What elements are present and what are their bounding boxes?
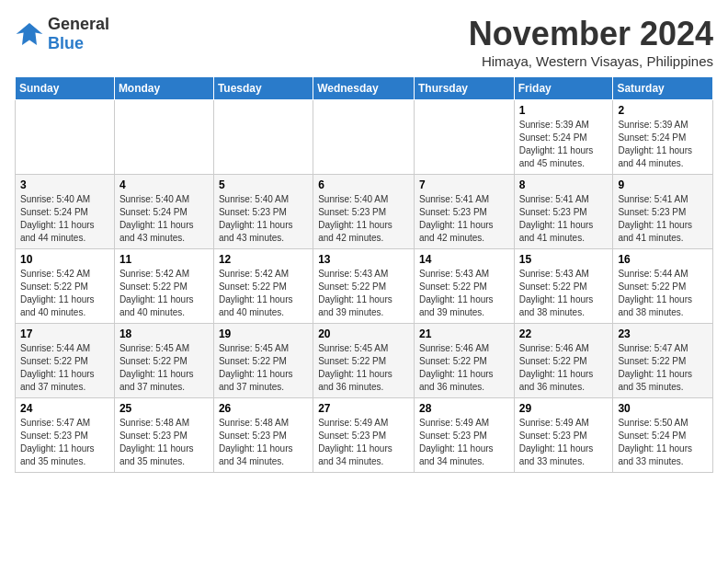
calendar-cell: 20Sunrise: 5:45 AM Sunset: 5:22 PM Dayli… bbox=[313, 324, 415, 398]
weekday-header-tuesday: Tuesday bbox=[213, 77, 313, 100]
calendar-cell: 17Sunrise: 5:44 AM Sunset: 5:22 PM Dayli… bbox=[16, 324, 115, 398]
day-info: Sunrise: 5:43 AM Sunset: 5:22 PM Dayligh… bbox=[318, 268, 409, 319]
calendar-cell bbox=[213, 100, 313, 175]
day-info: Sunrise: 5:40 AM Sunset: 5:24 PM Dayligh… bbox=[119, 193, 209, 245]
day-info: Sunrise: 5:47 AM Sunset: 5:23 PM Dayligh… bbox=[20, 417, 109, 468]
day-number: 22 bbox=[519, 327, 609, 340]
day-info: Sunrise: 5:41 AM Sunset: 5:23 PM Dayligh… bbox=[618, 193, 708, 245]
day-number: 25 bbox=[119, 402, 209, 415]
day-number: 15 bbox=[519, 253, 609, 266]
calendar-cell: 9Sunrise: 5:41 AM Sunset: 5:23 PM Daylig… bbox=[613, 175, 713, 249]
calendar-cell: 7Sunrise: 5:41 AM Sunset: 5:23 PM Daylig… bbox=[414, 175, 514, 249]
day-number: 10 bbox=[20, 253, 109, 266]
calendar-cell: 22Sunrise: 5:46 AM Sunset: 5:22 PM Dayli… bbox=[514, 324, 613, 398]
day-info: Sunrise: 5:39 AM Sunset: 5:24 PM Dayligh… bbox=[519, 119, 609, 170]
calendar-cell: 23Sunrise: 5:47 AM Sunset: 5:22 PM Dayli… bbox=[613, 324, 713, 398]
calendar-cell: 19Sunrise: 5:45 AM Sunset: 5:22 PM Dayli… bbox=[213, 324, 313, 398]
calendar-cell bbox=[16, 100, 115, 175]
logo: General Blue bbox=[15, 15, 109, 53]
calendar-cell: 16Sunrise: 5:44 AM Sunset: 5:22 PM Dayli… bbox=[613, 249, 713, 324]
day-number: 28 bbox=[419, 402, 509, 415]
calendar-week-row: 1Sunrise: 5:39 AM Sunset: 5:24 PM Daylig… bbox=[16, 100, 713, 175]
day-info: Sunrise: 5:49 AM Sunset: 5:23 PM Dayligh… bbox=[519, 417, 609, 468]
day-info: Sunrise: 5:48 AM Sunset: 5:23 PM Dayligh… bbox=[219, 417, 308, 468]
day-info: Sunrise: 5:42 AM Sunset: 5:22 PM Dayligh… bbox=[20, 268, 109, 319]
day-number: 5 bbox=[219, 178, 308, 191]
location: Himaya, Western Visayas, Philippines bbox=[469, 53, 713, 69]
day-info: Sunrise: 5:44 AM Sunset: 5:22 PM Dayligh… bbox=[618, 268, 708, 319]
day-info: Sunrise: 5:46 AM Sunset: 5:22 PM Dayligh… bbox=[419, 342, 509, 394]
calendar-week-row: 17Sunrise: 5:44 AM Sunset: 5:22 PM Dayli… bbox=[16, 324, 713, 398]
day-info: Sunrise: 5:45 AM Sunset: 5:22 PM Dayligh… bbox=[119, 342, 209, 394]
day-number: 12 bbox=[219, 253, 308, 266]
day-number: 7 bbox=[419, 178, 509, 191]
svg-marker-0 bbox=[17, 23, 43, 45]
day-info: Sunrise: 5:47 AM Sunset: 5:22 PM Dayligh… bbox=[618, 342, 708, 394]
calendar-cell: 5Sunrise: 5:40 AM Sunset: 5:23 PM Daylig… bbox=[213, 175, 313, 249]
day-info: Sunrise: 5:41 AM Sunset: 5:23 PM Dayligh… bbox=[519, 193, 609, 245]
calendar-cell: 14Sunrise: 5:43 AM Sunset: 5:22 PM Dayli… bbox=[414, 249, 514, 324]
calendar-cell bbox=[114, 100, 213, 175]
day-info: Sunrise: 5:40 AM Sunset: 5:24 PM Dayligh… bbox=[20, 193, 109, 245]
calendar-cell: 11Sunrise: 5:42 AM Sunset: 5:22 PM Dayli… bbox=[114, 249, 213, 324]
calendar-cell: 1Sunrise: 5:39 AM Sunset: 5:24 PM Daylig… bbox=[514, 100, 613, 175]
calendar-week-row: 3Sunrise: 5:40 AM Sunset: 5:24 PM Daylig… bbox=[16, 175, 713, 249]
day-info: Sunrise: 5:42 AM Sunset: 5:22 PM Dayligh… bbox=[219, 268, 308, 319]
day-info: Sunrise: 5:40 AM Sunset: 5:23 PM Dayligh… bbox=[219, 193, 308, 245]
weekday-header-thursday: Thursday bbox=[414, 77, 514, 100]
day-number: 18 bbox=[119, 327, 209, 340]
day-number: 16 bbox=[618, 253, 708, 266]
calendar-cell bbox=[313, 100, 415, 175]
day-number: 14 bbox=[419, 253, 509, 266]
calendar-cell: 10Sunrise: 5:42 AM Sunset: 5:22 PM Dayli… bbox=[16, 249, 115, 324]
day-number: 3 bbox=[20, 178, 109, 191]
calendar-cell: 12Sunrise: 5:42 AM Sunset: 5:22 PM Dayli… bbox=[213, 249, 313, 324]
calendar-cell: 24Sunrise: 5:47 AM Sunset: 5:23 PM Dayli… bbox=[16, 398, 115, 473]
logo-text: General Blue bbox=[48, 15, 109, 53]
calendar-cell: 28Sunrise: 5:49 AM Sunset: 5:23 PM Dayli… bbox=[414, 398, 514, 473]
day-info: Sunrise: 5:49 AM Sunset: 5:23 PM Dayligh… bbox=[318, 417, 409, 468]
day-number: 27 bbox=[318, 402, 409, 415]
calendar-cell: 26Sunrise: 5:48 AM Sunset: 5:23 PM Dayli… bbox=[213, 398, 313, 473]
weekday-header-wednesday: Wednesday bbox=[313, 77, 415, 100]
calendar-week-row: 24Sunrise: 5:47 AM Sunset: 5:23 PM Dayli… bbox=[16, 398, 713, 473]
calendar-cell: 18Sunrise: 5:45 AM Sunset: 5:22 PM Dayli… bbox=[114, 324, 213, 398]
calendar-cell: 6Sunrise: 5:40 AM Sunset: 5:23 PM Daylig… bbox=[313, 175, 415, 249]
logo-icon bbox=[15, 19, 44, 49]
day-info: Sunrise: 5:39 AM Sunset: 5:24 PM Dayligh… bbox=[618, 119, 708, 170]
weekday-header-sunday: Sunday bbox=[16, 77, 115, 100]
header-area: General Blue November 2024 Himaya, Weste… bbox=[15, 15, 713, 69]
calendar-cell: 27Sunrise: 5:49 AM Sunset: 5:23 PM Dayli… bbox=[313, 398, 415, 473]
calendar-cell: 25Sunrise: 5:48 AM Sunset: 5:23 PM Dayli… bbox=[114, 398, 213, 473]
weekday-header-monday: Monday bbox=[114, 77, 213, 100]
calendar-cell: 13Sunrise: 5:43 AM Sunset: 5:22 PM Dayli… bbox=[313, 249, 415, 324]
calendar-cell: 8Sunrise: 5:41 AM Sunset: 5:23 PM Daylig… bbox=[514, 175, 613, 249]
day-number: 6 bbox=[318, 178, 409, 191]
calendar-cell: 21Sunrise: 5:46 AM Sunset: 5:22 PM Dayli… bbox=[414, 324, 514, 398]
day-number: 30 bbox=[618, 402, 708, 415]
day-info: Sunrise: 5:42 AM Sunset: 5:22 PM Dayligh… bbox=[119, 268, 209, 319]
day-number: 1 bbox=[519, 104, 609, 117]
day-number: 9 bbox=[618, 178, 708, 191]
calendar-table: SundayMondayTuesdayWednesdayThursdayFrid… bbox=[15, 76, 713, 473]
calendar-cell: 2Sunrise: 5:39 AM Sunset: 5:24 PM Daylig… bbox=[613, 100, 713, 175]
day-info: Sunrise: 5:44 AM Sunset: 5:22 PM Dayligh… bbox=[20, 342, 109, 394]
day-info: Sunrise: 5:40 AM Sunset: 5:23 PM Dayligh… bbox=[318, 193, 409, 245]
day-info: Sunrise: 5:43 AM Sunset: 5:22 PM Dayligh… bbox=[519, 268, 609, 319]
day-number: 19 bbox=[219, 327, 308, 340]
day-number: 23 bbox=[618, 327, 708, 340]
day-number: 26 bbox=[219, 402, 308, 415]
day-number: 4 bbox=[119, 178, 209, 191]
day-info: Sunrise: 5:45 AM Sunset: 5:22 PM Dayligh… bbox=[219, 342, 308, 394]
day-number: 21 bbox=[419, 327, 509, 340]
calendar-cell: 3Sunrise: 5:40 AM Sunset: 5:24 PM Daylig… bbox=[16, 175, 115, 249]
day-number: 20 bbox=[318, 327, 409, 340]
day-number: 8 bbox=[519, 178, 609, 191]
day-info: Sunrise: 5:50 AM Sunset: 5:24 PM Dayligh… bbox=[618, 417, 708, 468]
calendar-cell: 29Sunrise: 5:49 AM Sunset: 5:23 PM Dayli… bbox=[514, 398, 613, 473]
calendar-cell: 4Sunrise: 5:40 AM Sunset: 5:24 PM Daylig… bbox=[114, 175, 213, 249]
day-number: 17 bbox=[20, 327, 109, 340]
calendar-week-row: 10Sunrise: 5:42 AM Sunset: 5:22 PM Dayli… bbox=[16, 249, 713, 324]
month-title: November 2024 bbox=[469, 15, 713, 53]
calendar-cell: 15Sunrise: 5:43 AM Sunset: 5:22 PM Dayli… bbox=[514, 249, 613, 324]
